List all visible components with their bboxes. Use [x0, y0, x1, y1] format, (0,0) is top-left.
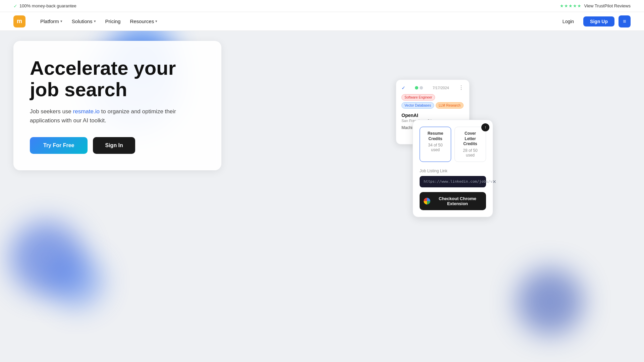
nav-left: m Platform ▾ Solutions ▾ Pricing Resourc…	[13, 15, 161, 27]
cover-credits-used: 28 of 50 used	[459, 148, 482, 158]
login-button[interactable]: Login	[557, 16, 579, 26]
guarantee-text: 100% money-back guarantee	[19, 3, 76, 8]
more-options-icon[interactable]: ⋮	[459, 84, 464, 91]
dot-green	[415, 86, 418, 89]
menu-button[interactable]: ≡	[619, 15, 631, 27]
resume-credits-used: 34 of 50 used	[424, 143, 447, 152]
job-link-label: Job Listing Link	[420, 169, 486, 173]
check-icon: ✓	[401, 85, 406, 90]
solutions-chevron: ▾	[94, 19, 96, 23]
hero-subtitle: Job seekers use resmate.io to organize a…	[30, 107, 205, 125]
resume-credits-box: Resume Credits 34 of 50 used	[420, 127, 451, 162]
status-dots	[415, 86, 423, 89]
trustpilot-link[interactable]: View TrustPilot Reviews	[584, 3, 631, 8]
main-content: Accelerate your job search Job seekers u…	[0, 31, 644, 362]
nav-platform[interactable]: Platform ▾	[36, 16, 66, 26]
cover-credits-label: Cover Letter Credits	[459, 131, 482, 147]
upgrade-icon[interactable]: ↑	[481, 123, 489, 131]
tag-software-engineer: Software Engineer	[401, 94, 435, 101]
chrome-extension-button[interactable]: Checkout Chrome Extension	[420, 192, 486, 210]
hero-card: Accelerate your job search Job seekers u…	[13, 41, 221, 170]
job-link-text: https://www.linkedin.com/jobs/v	[424, 179, 492, 184]
side-panel: Resume Credits 34 of 50 used Cover Lette…	[413, 120, 493, 217]
hero-buttons: Try For Free Sign In	[30, 137, 205, 154]
guarantee-section: ✓ 100% money-back guarantee	[13, 3, 76, 9]
trustpilot-section: ★★★★★ View TrustPilot Reviews	[560, 3, 631, 8]
resmate-link[interactable]: resmate.io	[73, 108, 100, 115]
nav-right: Login Sign Up ≡	[557, 15, 631, 27]
logo[interactable]: m	[13, 15, 25, 27]
cover-letter-credits-box: Cover Letter Credits 28 of 50 used	[454, 127, 486, 162]
logo-letter: m	[17, 18, 22, 25]
star-icons: ★★★★★	[560, 3, 582, 8]
resources-chevron: ▾	[155, 19, 157, 23]
platform-chevron: ▾	[60, 19, 62, 23]
nav-pricing[interactable]: Pricing	[101, 16, 125, 26]
job-tags: Software Engineer Vector Databases LLM R…	[401, 94, 464, 109]
nav-resources[interactable]: Resources ▾	[126, 16, 161, 26]
signup-button[interactable]: Sign Up	[583, 16, 614, 26]
job-date: 7/17/2024	[433, 86, 449, 90]
blob-decoration-5	[517, 268, 584, 335]
try-free-button[interactable]: Try For Free	[30, 137, 88, 154]
chrome-logo-icon	[424, 198, 430, 204]
navbar: m Platform ▾ Solutions ▾ Pricing Resourc…	[0, 12, 644, 31]
nav-solutions[interactable]: Solutions ▾	[68, 16, 100, 26]
dot-gray	[420, 86, 423, 89]
tag-llm-research: LLM Research	[436, 102, 464, 109]
signin-button[interactable]: Sign In	[93, 137, 135, 154]
job-link-field: https://www.linkedin.com/jobs/v ✕	[420, 176, 486, 187]
resume-credits-label: Resume Credits	[424, 131, 447, 141]
nav-items: Platform ▾ Solutions ▾ Pricing Resources…	[36, 16, 161, 26]
tag-vector-databases: Vector Databases	[401, 102, 434, 109]
job-card-header: ✓ 7/17/2024 ⋮	[401, 84, 464, 91]
logo-icon: m	[13, 15, 25, 27]
top-bar: ✓ 100% money-back guarantee ★★★★★ View T…	[0, 0, 644, 12]
blob-decoration-4	[50, 255, 104, 308]
job-company: OpenAI	[401, 113, 464, 118]
shield-icon: ✓	[13, 3, 17, 9]
menu-icon: ≡	[623, 18, 626, 24]
credits-row: Resume Credits 34 of 50 used Cover Lette…	[420, 127, 486, 162]
hero-title: Accelerate your job search	[30, 57, 205, 100]
clear-link-icon[interactable]: ✕	[492, 179, 496, 184]
